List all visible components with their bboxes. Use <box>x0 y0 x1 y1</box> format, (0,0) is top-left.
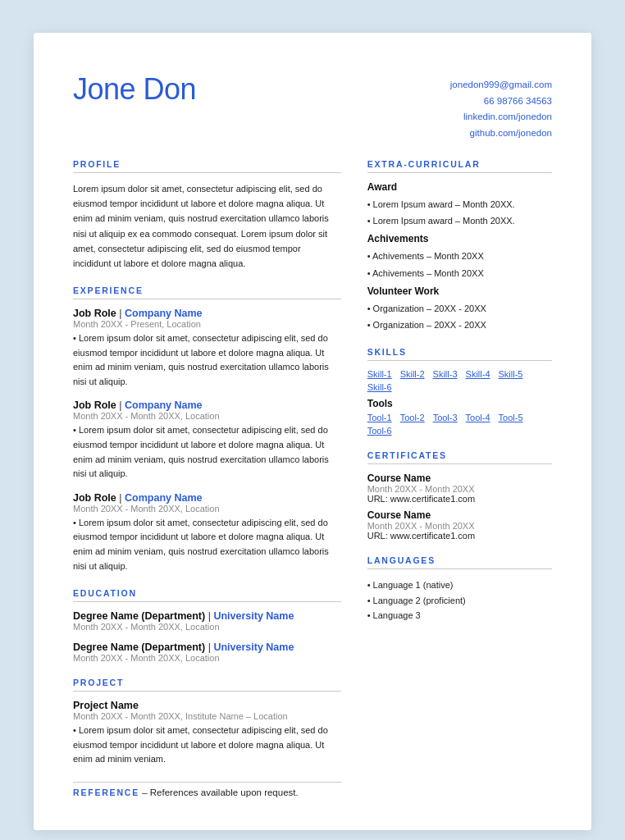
volunteer-item-2: Organization – 20XX - 20XX <box>367 317 552 332</box>
achievement-item-2: Achivements – Month 20XX <box>367 266 552 281</box>
edu-date-1: Month 20XX - Month 20XX, Location <box>73 622 341 632</box>
cert-url-1: URL: www.certificate1.com <box>367 494 552 504</box>
extra-curricular-title: EXTRA-CURRICULAR <box>367 159 552 173</box>
edu-block-1: Degree Name (Department) | University Na… <box>73 610 341 632</box>
cert-block-2: Course Name Month 20XX - Month 20XX URL:… <box>367 509 552 541</box>
cert-date-2: Month 20XX - Month 20XX <box>367 521 552 531</box>
experience-title: EXPERIENCE <box>73 285 341 299</box>
edu-block-2: Degree Name (Department) | University Na… <box>73 641 341 663</box>
profile-text: Lorem ipsum dolor sit amet, consectetur … <box>73 181 341 271</box>
edu-degree-2: Degree Name (Department) | University Na… <box>73 641 341 653</box>
skill-item: Skill-4 <box>466 369 490 379</box>
lang-container: Language 1 (native)Language 2 (proficien… <box>367 578 552 623</box>
github: github.com/jonedon <box>450 126 552 142</box>
reference-text: – References available upon request. <box>142 788 299 797</box>
languages-title: LANGUAGES <box>367 555 552 569</box>
left-column: PROFILE Lorem ipsum dolor sit amet, cons… <box>73 159 341 797</box>
award-item-1: Lorem Ipsum award – Month 20XX. <box>367 197 552 212</box>
header: Jone Don jonedon999@gmail.com 66 98766 3… <box>73 72 552 141</box>
right-column: EXTRA-CURRICULAR Award Lorem Ipsum award… <box>367 159 552 797</box>
tool-item: Tool-1 <box>367 413 392 422</box>
phone: 66 98766 34563 <box>450 94 552 110</box>
job-title-1: Job Role | Company Name <box>73 308 341 319</box>
tools-label: Tools <box>367 398 552 409</box>
cert-course-1: Course Name <box>367 472 552 484</box>
job-date-2: Month 20XX - Month 20XX, Location <box>73 411 341 421</box>
volunteer-label: Volunteer Work <box>367 285 552 297</box>
cert-block-1: Course Name Month 20XX - Month 20XX URL:… <box>367 472 552 504</box>
education-title: EDUCATION <box>73 588 341 602</box>
project-desc: • Lorem ipsum dolor sit amet, consectetu… <box>73 724 341 767</box>
cert-date-1: Month 20XX - Month 20XX <box>367 484 552 494</box>
skill-item: Skill-1 <box>367 369 392 379</box>
job-desc-3: • Lorem ipsum dolor sit amet, consectetu… <box>73 516 341 573</box>
tool-item: Tool-3 <box>433 413 458 422</box>
contact-info: jonedon999@gmail.com 66 98766 34563 link… <box>450 72 552 141</box>
certificates-title: CERTIFICATES <box>367 450 552 464</box>
skills-grid: Skill-1Skill-2Skill-3Skill-4Skill-5Skill… <box>367 369 552 392</box>
job-block-2: Job Role | Company Name Month 20XX - Mon… <box>73 399 341 481</box>
tool-item: Tool-2 <box>400 413 425 422</box>
project-name: Project Name <box>73 700 341 711</box>
tools-grid: Tool-1Tool-2Tool-3Tool-4Tool-5Tool-6 <box>367 413 552 436</box>
cert-url-2: URL: www.certificate1.com <box>367 531 552 541</box>
skills-title: SKILLS <box>367 347 552 361</box>
edu-date-2: Month 20XX - Month 20XX, Location <box>73 653 341 663</box>
project-date: Month 20XX - Month 20XX, Institute Name … <box>73 711 341 721</box>
job-block-1: Job Role | Company Name Month 20XX - Pre… <box>73 308 341 389</box>
job-block-3: Job Role | Company Name Month 20XX - Mon… <box>73 492 341 573</box>
job-date-3: Month 20XX - Month 20XX, Location <box>73 504 341 514</box>
candidate-name: Jone Don <box>73 72 196 107</box>
skill-item: Skill-2 <box>400 369 425 379</box>
tool-item: Tool-5 <box>499 413 523 422</box>
profile-title: PROFILE <box>73 159 341 173</box>
job-title-2: Job Role | Company Name <box>73 399 341 411</box>
project-title: PROJECT <box>73 678 341 692</box>
lang-item-3: Language 3 <box>367 608 552 623</box>
job-date-1: Month 20XX - Present, Location <box>73 319 341 329</box>
job-title-3: Job Role | Company Name <box>73 492 341 504</box>
skill-item: Skill-6 <box>367 382 392 392</box>
award-label: Award <box>367 181 552 193</box>
tool-item: Tool-4 <box>466 413 490 422</box>
skill-item: Skill-3 <box>433 369 458 379</box>
edu-degree-1: Degree Name (Department) | University Na… <box>73 610 341 622</box>
volunteer-item-1: Organization – 20XX - 20XX <box>367 301 552 316</box>
job-desc-2: • Lorem ipsum dolor sit amet, consectetu… <box>73 423 341 481</box>
skill-item: Skill-5 <box>499 369 523 379</box>
resume-card: Jone Don jonedon999@gmail.com 66 98766 3… <box>34 33 591 830</box>
resume-body: PROFILE Lorem ipsum dolor sit amet, cons… <box>73 159 552 797</box>
achievement-item-1: Achivements – Month 20XX <box>367 249 552 263</box>
cert-course-2: Course Name <box>367 509 552 521</box>
achievements-label: Achivements <box>367 233 552 244</box>
award-item-2: Lorem Ipsum award – Month 20XX. <box>367 213 552 228</box>
email: jonedon999@gmail.com <box>450 77 552 94</box>
reference-line: REFERENCE – References available upon re… <box>73 782 341 797</box>
linkedin: linkedin.com/jonedon <box>450 109 552 126</box>
certs-container: Course Name Month 20XX - Month 20XX URL:… <box>367 472 552 541</box>
reference-label: REFERENCE <box>73 788 139 797</box>
lang-item-1: Language 1 (native) <box>367 578 552 593</box>
lang-item-2: Language 2 (proficient) <box>367 593 552 609</box>
tool-item: Tool-6 <box>367 426 392 436</box>
job-desc-1: • Lorem ipsum dolor sit amet, consectetu… <box>73 331 341 389</box>
